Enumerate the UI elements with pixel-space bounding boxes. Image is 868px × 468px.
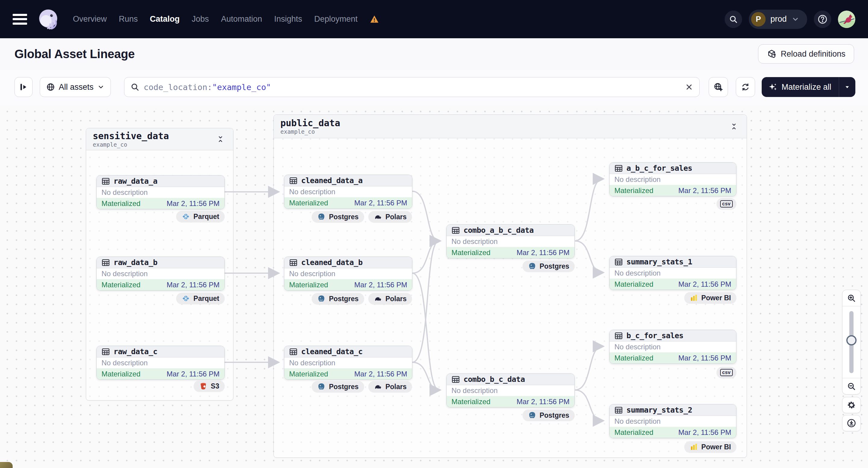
- deployment-initial: P: [751, 12, 766, 27]
- help-button[interactable]: [814, 10, 831, 28]
- nav-item-insights[interactable]: Insights: [274, 14, 302, 24]
- global-asset-lineage-page: Overview Runs Catalog Jobs Automation In…: [0, 0, 868, 468]
- globe-plus-icon: [713, 82, 723, 92]
- asset-node-summary-stats-1[interactable]: summary_stats_1 No description Materiali…: [609, 256, 736, 290]
- asset-node-a-b-c-for-sales[interactable]: a_b_c_for_sales No description Materiali…: [609, 162, 736, 196]
- table-icon: [101, 177, 110, 186]
- reload-cube-icon: [767, 49, 776, 59]
- gear-icon: [847, 400, 856, 410]
- kind-badge-parquet[interactable]: Parquet: [176, 211, 225, 222]
- collapse-icon: [217, 135, 224, 143]
- kind-badge-s3[interactable]: S3: [194, 380, 225, 392]
- polars-icon: [374, 382, 382, 391]
- open-panel-button[interactable]: [14, 77, 33, 97]
- kind-badge-polars[interactable]: Polars: [368, 293, 412, 305]
- asset-kind-badges: Parquet: [176, 211, 225, 222]
- nav-item-runs[interactable]: Runs: [119, 14, 138, 24]
- nav-item-overview[interactable]: Overview: [73, 14, 107, 24]
- asset-node-raw-data-b[interactable]: raw_data_b No description MaterializedMa…: [96, 257, 225, 291]
- panel-toggle-icon: [19, 82, 28, 92]
- zoom-controls: [842, 290, 861, 395]
- table-icon: [452, 375, 460, 384]
- download-graph-button[interactable]: [842, 415, 861, 431]
- materialize-all-button[interactable]: Materialize all: [762, 83, 839, 92]
- avatar-image: [838, 10, 855, 28]
- kind-badge-powerbi[interactable]: Power BI: [684, 441, 736, 453]
- zoom-slider-thumb[interactable]: [846, 335, 857, 345]
- zoom-out-button[interactable]: [842, 378, 861, 394]
- zoom-in-button[interactable]: [842, 290, 861, 306]
- kind-badge-csv[interactable]: csv: [716, 198, 736, 210]
- asset-search-input[interactable]: code_location:"example_co": [124, 77, 700, 97]
- caret-down-icon: [843, 83, 851, 91]
- nav-item-automation[interactable]: Automation: [221, 14, 262, 24]
- kind-badge-postgres[interactable]: Postgres: [312, 381, 364, 393]
- warning-icon: [370, 14, 379, 24]
- materialize-options-caret[interactable]: [839, 83, 855, 91]
- asset-node-combo-b-c-data[interactable]: combo_b_c_data No description Materializ…: [446, 373, 575, 407]
- table-icon: [614, 332, 623, 340]
- collapse-group-button[interactable]: [214, 133, 226, 145]
- table-icon: [614, 258, 623, 266]
- asset-node-combo-a-b-c-data[interactable]: combo_a_b_c_data No description Material…: [446, 224, 575, 258]
- sparkle-icon: [768, 83, 777, 92]
- user-avatar[interactable]: [838, 10, 855, 28]
- collapse-group-button[interactable]: [728, 121, 740, 132]
- collapse-icon: [730, 123, 738, 130]
- nav-item-jobs[interactable]: Jobs: [192, 14, 209, 24]
- table-icon: [452, 226, 460, 235]
- asset-node-cleaned-data-a[interactable]: cleaned_data_a No description Materializ…: [284, 175, 412, 209]
- zoom-in-icon: [847, 293, 856, 303]
- group-header[interactable]: sensitive_data example_co: [86, 128, 233, 150]
- page-title: Global Asset Lineage: [14, 47, 135, 61]
- asset-node-raw-data-a[interactable]: raw_data_a No description MaterializedMa…: [96, 175, 225, 209]
- dagster-logo[interactable]: [36, 7, 60, 31]
- navbar-right: P prod: [725, 10, 855, 29]
- asset-node-summary-stats-2[interactable]: summary_stats_2 No description Materiali…: [609, 404, 736, 438]
- postgres-icon: [317, 294, 326, 303]
- global-search-button[interactable]: [725, 10, 742, 28]
- kind-badge-polars[interactable]: Polars: [368, 381, 412, 393]
- asset-kind-badges: Postgres: [523, 260, 575, 272]
- asset-filter-dropdown[interactable]: All assets: [40, 77, 111, 97]
- zoom-slider: [842, 306, 861, 378]
- kind-badge-powerbi[interactable]: Power BI: [684, 292, 736, 304]
- kind-badge-postgres[interactable]: Postgres: [523, 410, 575, 421]
- graph-settings-button[interactable]: [842, 397, 861, 413]
- chevron-down-icon: [792, 15, 799, 23]
- kind-badge-postgres[interactable]: Postgres: [312, 293, 364, 305]
- clear-search-icon[interactable]: [685, 83, 693, 91]
- kind-badge-polars[interactable]: Polars: [368, 211, 412, 223]
- filter-to-selection-button[interactable]: [709, 77, 728, 97]
- table-icon: [101, 347, 110, 356]
- kind-badge-parquet[interactable]: Parquet: [176, 293, 225, 304]
- asset-node-raw-data-c[interactable]: raw_data_c No description MaterializedMa…: [96, 346, 225, 380]
- asset-kind-badges: Power BI: [684, 441, 736, 453]
- csv-icon: csv: [720, 369, 733, 376]
- asset-kind-badges: csv: [716, 198, 736, 210]
- nav-item-deployment[interactable]: Deployment: [314, 14, 358, 24]
- table-icon: [614, 406, 623, 414]
- zoom-out-icon: [847, 382, 856, 391]
- refresh-icon: [741, 83, 750, 92]
- asset-kind-badges: Postgres Polars: [312, 293, 412, 305]
- asset-kind-badges: Postgres: [523, 410, 575, 421]
- asset-node-cleaned-data-c[interactable]: cleaned_data_c No description Materializ…: [284, 346, 412, 380]
- refresh-button[interactable]: [736, 77, 755, 97]
- reload-definitions-button[interactable]: Reload definitions: [758, 44, 854, 64]
- asset-node-b-c-for-sales[interactable]: b_c_for_sales No description Materialize…: [609, 330, 736, 364]
- menu-icon[interactable]: [13, 14, 27, 25]
- kind-badge-csv[interactable]: csv: [716, 367, 736, 378]
- nav-item-catalog[interactable]: Catalog: [150, 14, 180, 24]
- deployment-switcher[interactable]: P prod: [749, 10, 807, 29]
- kind-badge-postgres[interactable]: Postgres: [523, 260, 575, 272]
- asset-node-cleaned-data-b[interactable]: cleaned_data_b No description Materializ…: [284, 257, 412, 291]
- postgres-icon: [528, 411, 536, 419]
- asset-kind-badges: csv: [716, 367, 736, 378]
- asset-kind-badges: Postgres Polars: [312, 211, 412, 223]
- group-header[interactable]: public_data example_co: [274, 115, 747, 138]
- table-icon: [289, 258, 298, 267]
- lineage-canvas[interactable]: sensitive_data example_co public_data ex…: [0, 104, 868, 468]
- table-icon: [289, 177, 298, 185]
- kind-badge-postgres[interactable]: Postgres: [312, 211, 364, 223]
